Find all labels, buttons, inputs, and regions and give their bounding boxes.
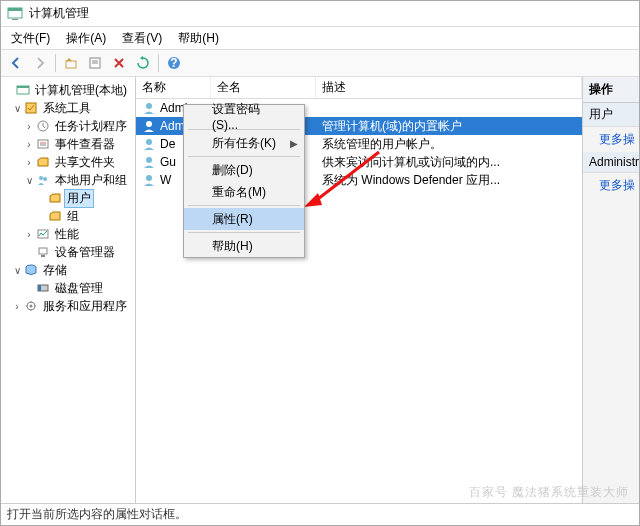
col-name[interactable]: 名称 bbox=[136, 77, 211, 98]
svg-rect-19 bbox=[39, 248, 47, 254]
actions-section-user: 用户 bbox=[583, 103, 639, 127]
delete-button[interactable] bbox=[108, 52, 130, 74]
menu-help[interactable]: 帮助(H) bbox=[170, 28, 227, 49]
collapse-icon[interactable]: ∨ bbox=[23, 175, 35, 186]
svg-text:?: ? bbox=[170, 56, 177, 70]
tree-groups[interactable]: 组 bbox=[3, 207, 133, 225]
properties-button[interactable] bbox=[84, 52, 106, 74]
refresh-button[interactable] bbox=[132, 52, 154, 74]
actions-more[interactable]: 更多操 bbox=[583, 173, 639, 198]
expand-icon[interactable]: › bbox=[11, 301, 23, 312]
user-icon bbox=[142, 155, 156, 169]
tree-perf[interactable]: ›性能 bbox=[3, 225, 133, 243]
tree-shared[interactable]: ›共享文件夹 bbox=[3, 153, 133, 171]
svg-point-28 bbox=[146, 139, 152, 145]
tree-services[interactable]: ›服务和应用程序 bbox=[3, 297, 133, 315]
col-desc[interactable]: 描述 bbox=[316, 77, 582, 98]
actions-section-selected: Administrat bbox=[583, 152, 639, 173]
collapse-icon[interactable]: ∨ bbox=[11, 265, 23, 276]
expand-icon[interactable]: › bbox=[23, 229, 35, 240]
window-title: 计算机管理 bbox=[29, 5, 89, 22]
toolbar: ? bbox=[1, 49, 639, 77]
user-icon bbox=[142, 173, 156, 187]
user-icon bbox=[142, 119, 156, 133]
svg-point-25 bbox=[30, 305, 33, 308]
ctx-delete[interactable]: 删除(D) bbox=[184, 159, 304, 181]
user-icon bbox=[142, 101, 156, 115]
svg-rect-10 bbox=[17, 86, 29, 88]
svg-rect-20 bbox=[41, 255, 45, 257]
menu-file[interactable]: 文件(F) bbox=[3, 28, 58, 49]
tree-devmgr[interactable]: 设备管理器 bbox=[3, 243, 133, 261]
menu-view[interactable]: 查看(V) bbox=[114, 28, 170, 49]
menubar: 文件(F) 操作(A) 查看(V) 帮助(H) bbox=[1, 27, 639, 49]
ctx-properties[interactable]: 属性(R) bbox=[184, 208, 304, 230]
tree-storage[interactable]: ∨存储 bbox=[3, 261, 133, 279]
menu-separator bbox=[188, 205, 300, 206]
col-fullname[interactable]: 全名 bbox=[211, 77, 316, 98]
tree-scheduler[interactable]: ›任务计划程序 bbox=[3, 117, 133, 135]
collapse-icon[interactable]: ∨ bbox=[11, 103, 23, 114]
nav-tree[interactable]: 计算机管理(本地) ∨系统工具 ›任务计划程序 ›事件查看器 ›共享文件夹 ∨本… bbox=[1, 77, 136, 503]
svg-rect-2 bbox=[12, 19, 18, 20]
svg-rect-23 bbox=[38, 285, 41, 291]
submenu-arrow-icon: ▶ bbox=[290, 138, 298, 149]
expand-icon[interactable]: › bbox=[23, 157, 35, 168]
svg-rect-13 bbox=[38, 140, 48, 148]
ctx-all-tasks[interactable]: 所有任务(K)▶ bbox=[184, 132, 304, 154]
context-menu[interactable]: 设置密码(S)... 所有任务(K)▶ 删除(D) 重命名(M) 属性(R) 帮… bbox=[183, 104, 305, 258]
menu-separator bbox=[188, 232, 300, 233]
forward-button[interactable] bbox=[29, 52, 51, 74]
actions-more[interactable]: 更多操 bbox=[583, 127, 639, 152]
menu-action[interactable]: 操作(A) bbox=[58, 28, 114, 49]
expand-icon[interactable]: › bbox=[23, 139, 35, 150]
status-bar: 打开当前所选内容的属性对话框。 bbox=[1, 503, 639, 525]
svg-rect-1 bbox=[8, 8, 22, 11]
actions-panel: 操作 用户 更多操 Administrat 更多操 bbox=[583, 77, 639, 503]
ctx-rename[interactable]: 重命名(M) bbox=[184, 181, 304, 203]
svg-point-27 bbox=[146, 121, 152, 127]
titlebar: 计算机管理 bbox=[1, 1, 639, 27]
user-icon bbox=[142, 137, 156, 151]
ctx-set-password[interactable]: 设置密码(S)... bbox=[184, 105, 304, 127]
tree-systools[interactable]: ∨系统工具 bbox=[3, 99, 133, 117]
tree-users[interactable]: 用户 bbox=[3, 189, 133, 207]
actions-header: 操作 bbox=[583, 77, 639, 103]
app-icon bbox=[7, 6, 23, 22]
tree-eventviewer[interactable]: ›事件查看器 bbox=[3, 135, 133, 153]
menu-separator bbox=[188, 156, 300, 157]
column-headers: 名称 全名 描述 bbox=[136, 77, 582, 99]
expand-icon[interactable]: › bbox=[23, 121, 35, 132]
up-button[interactable] bbox=[60, 52, 82, 74]
svg-rect-3 bbox=[66, 61, 76, 68]
tree-diskmgmt[interactable]: 磁盘管理 bbox=[3, 279, 133, 297]
tree-localusers[interactable]: ∨本地用户和组 bbox=[3, 171, 133, 189]
svg-point-26 bbox=[146, 103, 152, 109]
svg-point-17 bbox=[43, 177, 47, 181]
svg-point-30 bbox=[146, 175, 152, 181]
svg-point-16 bbox=[39, 176, 43, 180]
tree-root[interactable]: 计算机管理(本地) bbox=[3, 81, 133, 99]
back-button[interactable] bbox=[5, 52, 27, 74]
svg-point-29 bbox=[146, 157, 152, 163]
ctx-help[interactable]: 帮助(H) bbox=[184, 235, 304, 257]
help-button[interactable]: ? bbox=[163, 52, 185, 74]
status-text: 打开当前所选内容的属性对话框。 bbox=[7, 506, 187, 523]
